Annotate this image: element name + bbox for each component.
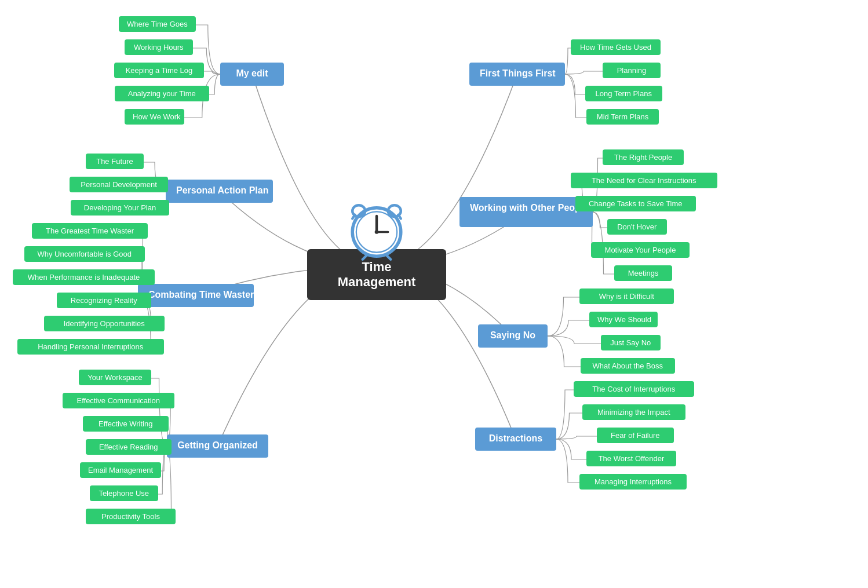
leaf-node: Long Term Plans	[585, 86, 662, 101]
leaf-node: The Right People	[603, 149, 684, 165]
leaf-node: Effective Writing	[83, 416, 169, 432]
leaf-node: Change Tasks to Save Time	[575, 196, 696, 211]
leaf-node: Why is it Difficult	[579, 288, 674, 304]
leaf-node: The Future	[86, 154, 144, 169]
leaf-node: How Time Gets Used	[571, 39, 661, 55]
leaf-node: Effective Reading	[86, 439, 172, 455]
leaf-node: Managing Interruptions	[579, 474, 687, 490]
leaf-node: Productivity Tools	[86, 509, 176, 524]
leaf-node: The Worst Offender	[586, 451, 676, 466]
leaf-node: Meetings	[614, 265, 672, 281]
branch-node-working-with-other-people: Working with Other People	[459, 197, 593, 227]
center-label: Time Management	[338, 260, 415, 289]
leaf-node: Developing Your Plan	[71, 200, 169, 216]
leaf-node: Where Time Goes	[119, 16, 196, 32]
leaf-node: Effective Communication	[63, 393, 174, 408]
leaf-node: Working Hours	[125, 39, 193, 55]
svg-line-8	[398, 215, 400, 219]
leaf-node: How We Work	[125, 109, 184, 125]
leaf-node: Analyzing your Time	[115, 86, 209, 101]
mind-map: Time Management My editWhere Time GoesWo…	[0, 0, 868, 588]
leaf-node: Your Workspace	[79, 370, 151, 385]
branch-node-getting-organized: Getting Organized	[167, 434, 268, 458]
leaf-node: The Greatest Time Waster	[32, 223, 148, 239]
branch-node-combating-time-wasters: Combating Time Wasters	[138, 284, 254, 307]
svg-line-10	[386, 255, 391, 260]
branch-node-distractions: Distractions	[475, 428, 556, 451]
svg-line-6	[352, 215, 355, 219]
branch-node-my-edit: My edit	[220, 63, 284, 86]
clock-icon	[345, 197, 409, 261]
svg-line-9	[363, 255, 367, 260]
svg-point-4	[375, 230, 379, 234]
leaf-node: Telephone Use	[90, 485, 158, 501]
leaf-node: The Cost of Interruptions	[574, 381, 694, 397]
leaf-node: What About the Boss	[581, 358, 675, 374]
leaf-node: Fear of Failure	[597, 428, 674, 443]
leaf-node: Personal Development	[70, 177, 168, 192]
leaf-node: Mid Term Plans	[586, 109, 659, 125]
branch-node-personal-action-plan: Personal Action Plan	[166, 180, 273, 203]
leaf-node: When Performance is Inadequate	[13, 269, 155, 285]
leaf-node: Recognizing Reality	[57, 293, 151, 308]
leaf-node: Identifying Opportunities	[44, 316, 165, 331]
leaf-node: Keeping a Time Log	[114, 63, 204, 78]
branch-node-saying-no: Saying No	[478, 324, 548, 348]
leaf-node: Handling Personal Interruptions	[17, 339, 164, 355]
leaf-node: Why We Should	[589, 312, 658, 327]
leaf-node: Why Uncomfortable is Good	[24, 246, 145, 262]
branch-node-first-things-first: First Things First	[469, 63, 565, 86]
leaf-node: The Need for Clear Instructions	[571, 173, 717, 188]
leaf-node: Just Say No	[601, 335, 661, 350]
leaf-node: Motivate Your People	[591, 242, 690, 258]
leaf-node: Email Management	[80, 462, 161, 478]
leaf-node: Planning	[603, 63, 661, 78]
leaf-node: Minimizing the Impact	[582, 404, 685, 420]
leaf-node: Don't Hover	[607, 219, 667, 235]
